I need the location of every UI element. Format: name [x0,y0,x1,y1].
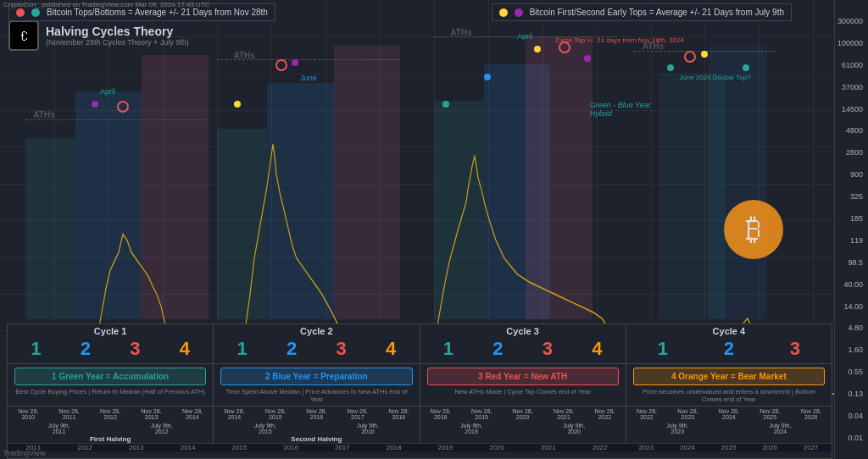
cycle-4-num-1: 1 [658,338,668,360]
price-0-01: 0.01 [837,434,866,442]
dates-row: Nov 28,2010 Nov 28,2011 Nov 28,2012 Nov … [8,406,832,443]
cycle-1-num-2: 2 [81,338,91,360]
price-14500: 14500 [837,105,866,113]
date-nov28-2014: Nov 28,2014 [182,408,203,420]
price-4800: 4800 [837,126,866,135]
date-jul9-2016: July 9th,2016 [357,423,379,434]
cycle-4-july-dates: July 9th,2023 July 9th,2024 [626,422,832,435]
cycle-4-num-2: 2 [724,338,734,360]
chart-subtitle: (November 28th Cycles Theory + July 9th) [46,38,189,47]
price-40: 40.00 [837,280,866,289]
purple-dot-3 [584,55,591,62]
red-year-label: 3 Red Year = New ATH [427,368,619,385]
cycle-2-num-3: 3 [337,338,347,360]
cycle-1-num-1: 1 [31,338,41,360]
price-185: 185 [837,214,866,223]
price-2800: 2800 [837,148,866,157]
price-119: 119 [837,236,866,245]
price-325: 325 [837,192,866,201]
price-37000: 37000 [837,83,866,91]
date-jul9-2024: July 9th,2024 [769,423,791,434]
price-100000: 100000 [837,39,866,47]
yellow-dot-3 [701,51,708,58]
cycle-3-numbers: 1 2 3 4 [424,336,622,362]
years-cycle-2: 2015 2016 2017 2018 [214,444,420,451]
date-nov28-2022: Nov 28,2022 [594,408,615,420]
orange-year-desc: Price becomes undervalued and enters a d… [630,387,828,404]
april-label-1: April [100,87,115,96]
year-label-4: 4 Orange Year = Bear Market Price become… [626,364,832,406]
cycle-4-nov-dates: Nov 28,2022 Nov 28,2023 Nov 28,2024 Nov … [626,406,832,422]
tradingview-watermark: TradingView [3,449,46,457]
cycle-1-nov-dates: Nov 28,2010 Nov 28,2011 Nov 28,2012 Nov … [8,406,213,422]
red-year-desc: New ATHs Made | Cycle Top Comes end of Y… [424,387,622,396]
cycle-3-nov-dates: Nov 28,2018 Nov 28,2019 Nov 28,2020 Nov … [420,406,626,422]
logo-text: Halving Cycles Theory (November 28th Cyc… [46,25,189,47]
cycle-3-header: Cycle 3 1 2 3 4 [420,324,626,363]
first-halving-label: First Halving [8,435,213,443]
year-2014: 2014 [181,444,196,451]
date-nov28-2025: Nov 28,2025 [760,408,780,420]
cycle-2-num-4: 4 [386,338,396,360]
date-nov28-2013: Nov 28,2013 [141,408,161,420]
legend-right: Bitcoin First/Second Early Tops = Averag… [492,3,792,21]
year-labels-row: 1 Green Year = Accumulation Best Cycle B… [8,364,832,406]
second-halving-label: Second Halving [214,435,419,443]
publisher-info: CryptoCon_ published on TradingView.com … [3,1,210,8]
cycles-section: Cycle 1 1 2 3 4 Cycle 2 1 2 3 4 Cycle 3 [7,324,832,459]
price-1-6: 1.60 [837,346,866,354]
date-jul9-2019: July 9th,2019 [460,423,482,434]
cycle-3-num-2: 2 [492,338,503,360]
cycle-1-num-3: 3 [130,338,140,360]
date-nov28-2010: Nov 28,2010 [18,408,38,420]
year-label-3: 3 Red Year = New ATH New ATHs Made | Cyc… [420,364,626,406]
years-cycle-4: 2023 2024 2025 2026 2027 [626,444,832,451]
year-2025: 2025 [721,444,737,451]
cycle-3-num-4: 4 [592,338,602,360]
date-nov28-2023: Nov 28,2023 [677,408,698,420]
blue-dot-1 [484,74,491,80]
cycle-3-july-dates: July 9th,2019 July 9th,2020 [420,422,626,435]
date-nov28-2022b: Nov 28,2022 [637,408,657,420]
header-logo: Ꞓ Halving Cycles Theory (November 28th C… [8,20,189,51]
cycle-2-num-2: 2 [287,338,297,360]
date-nov28-2021: Nov 28,2021 [554,408,574,420]
june-label-1: June [300,74,317,82]
price-300000: 300000 [837,17,866,25]
cycle-4-header: Cycle 4 1 2 3 [626,324,832,363]
x-axis-years: 2011 2012 2013 2014 2015 2016 2017 2018 … [8,443,832,451]
date-jul9-2020: July 9th,2020 [563,423,585,434]
cycle-2-header: Cycle 2 1 2 3 4 [214,324,420,363]
price-14: 14.00 [837,302,866,311]
price-0-13: 0.13 [837,390,866,398]
cycle-3-title: Cycle 3 [424,326,622,336]
cycle-4-dates: Nov 28,2022 Nov 28,2023 Nov 28,2024 Nov … [626,406,832,443]
price-0-55: 0.55 [837,368,866,376]
cycle-1-numbers: 1 2 3 4 [11,336,209,362]
purple-dot-legend [515,8,523,17]
years-cycle-3: 2019 2020 2021 2022 [420,444,626,451]
year-2019: 2019 [437,444,453,451]
green-year-desc: Best Cycle Buying Prices | Return to Med… [11,387,209,396]
price-98: 98.5 [837,258,866,267]
cycle-2-nov-dates: Nov 28,2014 Nov 28,2015 Nov 28,2016 Nov … [214,406,419,422]
year-2020: 2020 [489,444,504,451]
cycle-3-dates: Nov 28,2018 Nov 28,2019 Nov 28,2020 Nov … [420,406,626,443]
bitcoin-logo: ₿ [724,200,783,259]
date-nov28-2015: Nov 28,2015 [265,408,286,420]
legend-right-text: Bitcoin First/Second Early Tops = Averag… [530,8,784,17]
cycle-1-dates: Nov 28,2010 Nov 28,2011 Nov 28,2012 Nov … [8,406,214,443]
date-jul9-2023: July 9th,2023 [666,423,688,434]
cycle-1-num-4: 4 [180,338,190,360]
price-0-04: 0.04 [837,412,866,420]
date-nov28-2026: Nov 28,2026 [801,408,821,420]
cycle-top-label: Cycle Top +/- 21 days from Nov 28th, 202… [555,36,684,44]
year-2027: 2027 [804,444,819,451]
date-nov28-2024: Nov 28,2024 [719,408,739,420]
date-nov28-2014b: Nov 28,2014 [224,408,244,420]
june-2024-label: June 2024 Double Top? [679,74,750,81]
chart-title: Halving Cycles Theory [46,25,189,38]
year-2013: 2013 [129,444,144,451]
price-900: 900 [837,170,866,179]
cycle-1-header: Cycle 1 1 2 3 4 [8,324,214,363]
